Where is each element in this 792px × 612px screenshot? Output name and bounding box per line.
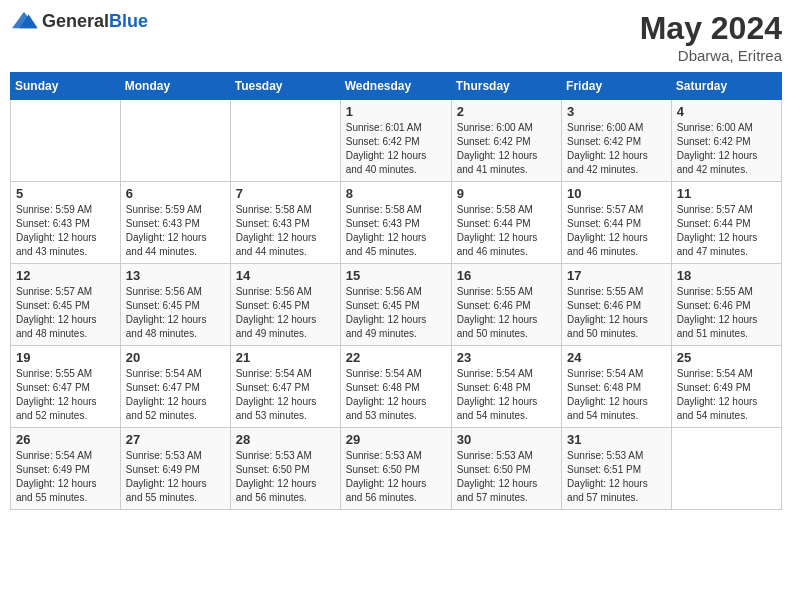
day-number-12: 12 [16,268,115,283]
day-info-13: Sunrise: 5:56 AM Sunset: 6:45 PM Dayligh… [126,285,225,341]
day-info-16: Sunrise: 5:55 AM Sunset: 6:46 PM Dayligh… [457,285,556,341]
col-friday: Friday [562,73,672,100]
col-thursday: Thursday [451,73,561,100]
day-cell-1-5: 10Sunrise: 5:57 AM Sunset: 6:44 PM Dayli… [562,182,672,264]
day-cell-1-1: 6Sunrise: 5:59 AM Sunset: 6:43 PM Daylig… [120,182,230,264]
header-row: Sunday Monday Tuesday Wednesday Thursday… [11,73,782,100]
day-info-20: Sunrise: 5:54 AM Sunset: 6:47 PM Dayligh… [126,367,225,423]
day-cell-4-3: 29Sunrise: 5:53 AM Sunset: 6:50 PM Dayli… [340,428,451,510]
day-info-10: Sunrise: 5:57 AM Sunset: 6:44 PM Dayligh… [567,203,666,259]
day-info-15: Sunrise: 5:56 AM Sunset: 6:45 PM Dayligh… [346,285,446,341]
day-number-27: 27 [126,432,225,447]
day-cell-3-1: 20Sunrise: 5:54 AM Sunset: 6:47 PM Dayli… [120,346,230,428]
day-number-3: 3 [567,104,666,119]
day-number-9: 9 [457,186,556,201]
day-number-2: 2 [457,104,556,119]
day-number-19: 19 [16,350,115,365]
week-row-5: 26Sunrise: 5:54 AM Sunset: 6:49 PM Dayli… [11,428,782,510]
day-number-4: 4 [677,104,776,119]
day-number-6: 6 [126,186,225,201]
logo-icon [10,10,38,32]
day-info-14: Sunrise: 5:56 AM Sunset: 6:45 PM Dayligh… [236,285,335,341]
day-info-4: Sunrise: 6:00 AM Sunset: 6:42 PM Dayligh… [677,121,776,177]
day-cell-2-5: 17Sunrise: 5:55 AM Sunset: 6:46 PM Dayli… [562,264,672,346]
day-number-7: 7 [236,186,335,201]
col-monday: Monday [120,73,230,100]
day-info-27: Sunrise: 5:53 AM Sunset: 6:49 PM Dayligh… [126,449,225,505]
day-info-5: Sunrise: 5:59 AM Sunset: 6:43 PM Dayligh… [16,203,115,259]
calendar-location: Dbarwa, Eritrea [640,47,782,64]
day-info-7: Sunrise: 5:58 AM Sunset: 6:43 PM Dayligh… [236,203,335,259]
col-tuesday: Tuesday [230,73,340,100]
week-row-1: 1Sunrise: 6:01 AM Sunset: 6:42 PM Daylig… [11,100,782,182]
day-info-23: Sunrise: 5:54 AM Sunset: 6:48 PM Dayligh… [457,367,556,423]
day-number-25: 25 [677,350,776,365]
day-number-22: 22 [346,350,446,365]
day-info-29: Sunrise: 5:53 AM Sunset: 6:50 PM Dayligh… [346,449,446,505]
day-number-10: 10 [567,186,666,201]
day-cell-3-5: 24Sunrise: 5:54 AM Sunset: 6:48 PM Dayli… [562,346,672,428]
day-cell-1-0: 5Sunrise: 5:59 AM Sunset: 6:43 PM Daylig… [11,182,121,264]
calendar-table: Sunday Monday Tuesday Wednesday Thursday… [10,72,782,510]
day-cell-1-3: 8Sunrise: 5:58 AM Sunset: 6:43 PM Daylig… [340,182,451,264]
day-cell-2-2: 14Sunrise: 5:56 AM Sunset: 6:45 PM Dayli… [230,264,340,346]
day-number-8: 8 [346,186,446,201]
day-number-11: 11 [677,186,776,201]
day-number-13: 13 [126,268,225,283]
day-number-20: 20 [126,350,225,365]
col-sunday: Sunday [11,73,121,100]
day-cell-0-2 [230,100,340,182]
day-number-1: 1 [346,104,446,119]
day-cell-3-2: 21Sunrise: 5:54 AM Sunset: 6:47 PM Dayli… [230,346,340,428]
day-cell-2-4: 16Sunrise: 5:55 AM Sunset: 6:46 PM Dayli… [451,264,561,346]
day-info-24: Sunrise: 5:54 AM Sunset: 6:48 PM Dayligh… [567,367,666,423]
day-number-14: 14 [236,268,335,283]
day-cell-0-6: 4Sunrise: 6:00 AM Sunset: 6:42 PM Daylig… [671,100,781,182]
day-cell-1-6: 11Sunrise: 5:57 AM Sunset: 6:44 PM Dayli… [671,182,781,264]
logo: GeneralBlue [10,10,148,32]
day-number-31: 31 [567,432,666,447]
day-cell-3-4: 23Sunrise: 5:54 AM Sunset: 6:48 PM Dayli… [451,346,561,428]
day-info-31: Sunrise: 5:53 AM Sunset: 6:51 PM Dayligh… [567,449,666,505]
day-info-21: Sunrise: 5:54 AM Sunset: 6:47 PM Dayligh… [236,367,335,423]
day-number-17: 17 [567,268,666,283]
day-info-26: Sunrise: 5:54 AM Sunset: 6:49 PM Dayligh… [16,449,115,505]
day-info-19: Sunrise: 5:55 AM Sunset: 6:47 PM Dayligh… [16,367,115,423]
day-number-15: 15 [346,268,446,283]
day-info-2: Sunrise: 6:00 AM Sunset: 6:42 PM Dayligh… [457,121,556,177]
day-cell-1-2: 7Sunrise: 5:58 AM Sunset: 6:43 PM Daylig… [230,182,340,264]
day-info-22: Sunrise: 5:54 AM Sunset: 6:48 PM Dayligh… [346,367,446,423]
day-cell-4-5: 31Sunrise: 5:53 AM Sunset: 6:51 PM Dayli… [562,428,672,510]
calendar-body: 1Sunrise: 6:01 AM Sunset: 6:42 PM Daylig… [11,100,782,510]
day-info-11: Sunrise: 5:57 AM Sunset: 6:44 PM Dayligh… [677,203,776,259]
day-number-30: 30 [457,432,556,447]
day-cell-4-0: 26Sunrise: 5:54 AM Sunset: 6:49 PM Dayli… [11,428,121,510]
day-cell-3-0: 19Sunrise: 5:55 AM Sunset: 6:47 PM Dayli… [11,346,121,428]
day-info-1: Sunrise: 6:01 AM Sunset: 6:42 PM Dayligh… [346,121,446,177]
day-cell-2-1: 13Sunrise: 5:56 AM Sunset: 6:45 PM Dayli… [120,264,230,346]
day-info-25: Sunrise: 5:54 AM Sunset: 6:49 PM Dayligh… [677,367,776,423]
day-info-6: Sunrise: 5:59 AM Sunset: 6:43 PM Dayligh… [126,203,225,259]
day-info-9: Sunrise: 5:58 AM Sunset: 6:44 PM Dayligh… [457,203,556,259]
day-cell-1-4: 9Sunrise: 5:58 AM Sunset: 6:44 PM Daylig… [451,182,561,264]
day-info-12: Sunrise: 5:57 AM Sunset: 6:45 PM Dayligh… [16,285,115,341]
day-number-5: 5 [16,186,115,201]
day-number-16: 16 [457,268,556,283]
day-cell-4-2: 28Sunrise: 5:53 AM Sunset: 6:50 PM Dayli… [230,428,340,510]
col-wednesday: Wednesday [340,73,451,100]
day-cell-3-3: 22Sunrise: 5:54 AM Sunset: 6:48 PM Dayli… [340,346,451,428]
day-info-18: Sunrise: 5:55 AM Sunset: 6:46 PM Dayligh… [677,285,776,341]
title-block: May 2024 Dbarwa, Eritrea [640,10,782,64]
logo-general: General [42,11,109,31]
day-cell-2-3: 15Sunrise: 5:56 AM Sunset: 6:45 PM Dayli… [340,264,451,346]
day-info-17: Sunrise: 5:55 AM Sunset: 6:46 PM Dayligh… [567,285,666,341]
day-info-8: Sunrise: 5:58 AM Sunset: 6:43 PM Dayligh… [346,203,446,259]
day-cell-0-5: 3Sunrise: 6:00 AM Sunset: 6:42 PM Daylig… [562,100,672,182]
logo-text: GeneralBlue [42,11,148,32]
day-number-26: 26 [16,432,115,447]
day-cell-4-4: 30Sunrise: 5:53 AM Sunset: 6:50 PM Dayli… [451,428,561,510]
day-cell-0-3: 1Sunrise: 6:01 AM Sunset: 6:42 PM Daylig… [340,100,451,182]
day-cell-0-4: 2Sunrise: 6:00 AM Sunset: 6:42 PM Daylig… [451,100,561,182]
week-row-4: 19Sunrise: 5:55 AM Sunset: 6:47 PM Dayli… [11,346,782,428]
day-number-28: 28 [236,432,335,447]
